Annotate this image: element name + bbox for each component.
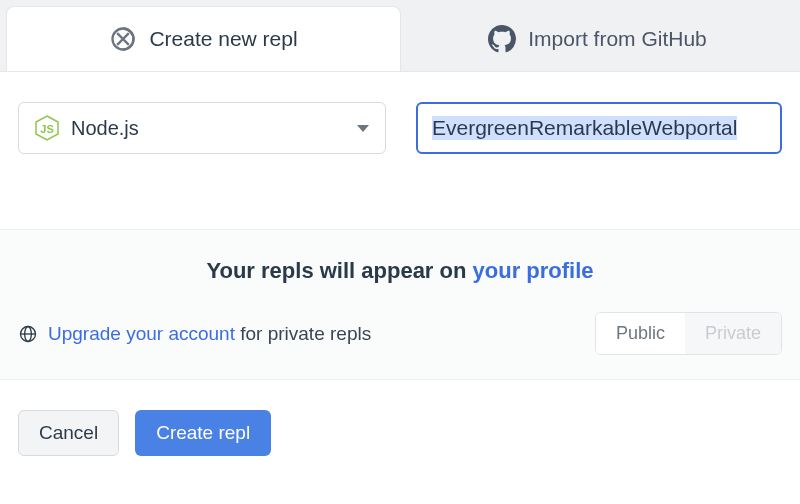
cancel-button[interactable]: Cancel	[18, 410, 119, 456]
svg-text:JS: JS	[40, 123, 53, 135]
your-profile-link[interactable]: your profile	[473, 258, 594, 283]
nodejs-icon: JS	[35, 115, 59, 141]
visibility-toggle: Public Private	[595, 312, 782, 355]
tab-create-repl[interactable]: Create new repl	[6, 6, 401, 71]
tab-import-github[interactable]: Import from GitHub	[401, 6, 794, 71]
upgrade-account-link[interactable]: Upgrade your account	[48, 323, 235, 344]
visibility-private: Private	[685, 313, 781, 354]
mode-tabs: Create new repl Import from GitHub	[0, 0, 800, 72]
github-icon	[488, 25, 516, 53]
info-panel: Your repls will appear on your profile U…	[0, 229, 800, 380]
tab-create-label: Create new repl	[149, 27, 297, 51]
chevron-down-icon	[357, 125, 369, 132]
language-select[interactable]: JS Node.js	[18, 102, 386, 154]
upgrade-message: Upgrade your account for private repls	[18, 323, 371, 345]
create-repl-button[interactable]: Create repl	[135, 410, 271, 456]
profile-headline: Your repls will appear on your profile	[18, 258, 782, 284]
globe-icon	[18, 324, 38, 344]
replit-icon	[109, 25, 137, 53]
visibility-public[interactable]: Public	[596, 313, 685, 354]
repl-name-input[interactable]	[416, 102, 782, 154]
language-selected-label: Node.js	[71, 117, 139, 140]
footer-actions: Cancel Create repl	[0, 380, 800, 486]
headline-prefix: Your repls will appear on	[206, 258, 472, 283]
config-row: JS Node.js	[0, 72, 800, 154]
tab-import-label: Import from GitHub	[528, 27, 707, 51]
upgrade-suffix: for private repls	[235, 323, 371, 344]
